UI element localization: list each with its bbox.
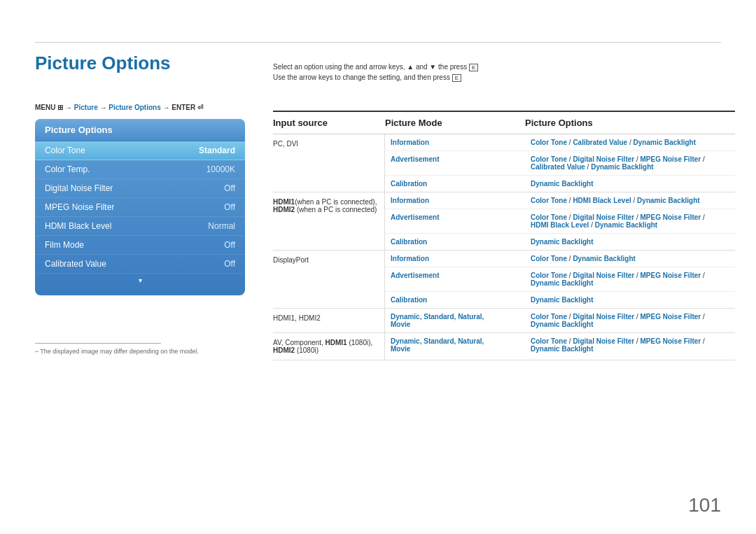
option-label-hdmi-black: HDMI Black Level bbox=[45, 221, 111, 231]
option-value-hdmi-black: Normal bbox=[208, 221, 235, 231]
option-digital-noise[interactable]: Digital Noise Filter Off bbox=[35, 179, 245, 198]
scroll-down-indicator: ▾ bbox=[35, 274, 245, 287]
options-advertisement-3: Color Tone / Digital Noise Filter / MPEG… bbox=[531, 272, 729, 287]
option-label-digital-noise: Digital Noise Filter bbox=[45, 183, 113, 193]
sep2: → bbox=[99, 104, 108, 111]
table-section-pc-dvi: PC, DVI Information Color Tone / Calibra… bbox=[273, 134, 735, 192]
option-label-color-temp: Color Temp. bbox=[45, 164, 90, 174]
table-row: Dynamic, Standard, Natural,Movie Color T… bbox=[385, 309, 735, 332]
picture-link: Picture bbox=[74, 104, 98, 111]
rows-hdmi-pc: Information Color Tone / HDMI Black Leve… bbox=[385, 192, 735, 250]
page-number: 101 bbox=[688, 494, 721, 517]
picture-options-link: Picture Options bbox=[108, 104, 160, 111]
menu-icon: ⊞ bbox=[57, 104, 65, 111]
mode-information-1: Information bbox=[391, 139, 531, 146]
table-section-hdmi12: HDMI1, HDMI2 Dynamic, Standard, Natural,… bbox=[273, 309, 735, 333]
input-displayport: DisplayPort bbox=[273, 251, 385, 308]
options-advertisement-1: Color Tone / Digital Noise Filter / MPEG… bbox=[531, 155, 729, 171]
option-color-temp[interactable]: Color Temp. 10000K bbox=[35, 160, 245, 179]
option-label-mpeg-noise: MPEG Noise Filter bbox=[45, 202, 114, 212]
note-text: – The displayed image may differ dependi… bbox=[35, 348, 245, 355]
mode-information-2: Information bbox=[391, 197, 531, 204]
mode-advertisement-1: Advertisement bbox=[391, 155, 531, 171]
sep3: → bbox=[163, 104, 172, 111]
options-information-1: Color Tone / Calibrated Value / Dynamic … bbox=[531, 139, 729, 146]
top-divider bbox=[35, 42, 721, 43]
enter-icon-2: E bbox=[452, 74, 461, 82]
title-section: Picture Options bbox=[35, 52, 171, 81]
sep1: → bbox=[65, 104, 74, 111]
table-row: Information Color Tone / Dynamic Backlig… bbox=[385, 251, 735, 267]
input-pc-dvi: PC, DVI bbox=[273, 134, 385, 192]
table-row: Calibration Dynamic Backlight bbox=[385, 234, 735, 250]
options-information-3: Color Tone / Dynamic Backlight bbox=[531, 255, 729, 262]
option-value-calibrated: Off bbox=[224, 259, 235, 269]
rows-displayport: Information Color Tone / Dynamic Backlig… bbox=[385, 251, 735, 308]
header-input-source: Input source bbox=[273, 118, 385, 128]
breadcrumb: MENU ⊞ → Picture → Picture Options → ENT… bbox=[35, 104, 203, 111]
instruction-line2: Use the arrow keys to change the setting… bbox=[273, 73, 735, 82]
instruction-line1: Select an option using the and arrow key… bbox=[273, 63, 735, 71]
table-row: Calibration Dynamic Backlight bbox=[385, 292, 735, 308]
option-film-mode[interactable]: Film Mode Off bbox=[35, 236, 245, 255]
option-mpeg-noise[interactable]: MPEG Noise Filter Off bbox=[35, 198, 245, 217]
table-row: Information Color Tone / Calibrated Valu… bbox=[385, 134, 735, 151]
option-value-color-temp: 10000K bbox=[206, 164, 235, 174]
option-label-calibrated: Calibrated Value bbox=[45, 259, 106, 269]
header-picture-options: Picture Options bbox=[525, 118, 735, 128]
options-panel-title: Picture Options bbox=[35, 119, 245, 141]
option-value-color-tone: Standard bbox=[199, 146, 235, 155]
option-value-digital-noise: Off bbox=[224, 183, 235, 193]
enter-icon: ⏎ bbox=[197, 104, 203, 111]
note-section: – The displayed image may differ dependi… bbox=[35, 343, 245, 355]
instructions-area: Select an option using the and arrow key… bbox=[273, 63, 735, 84]
menu-label: MENU bbox=[35, 104, 55, 111]
table-section-hdmi-pc: HDMI1(when a PC is connected), HDMI2 (wh… bbox=[273, 192, 735, 251]
info-table: Input source Picture Mode Picture Option… bbox=[273, 111, 735, 360]
mode-calibration-2: Calibration bbox=[391, 238, 531, 246]
table-row: Advertisement Color Tone / Digital Noise… bbox=[385, 209, 735, 234]
enter-label: ENTER bbox=[172, 104, 195, 111]
input-hdmi12: HDMI1, HDMI2 bbox=[273, 309, 385, 332]
input-hdmi-pc: HDMI1(when a PC is connected), HDMI2 (wh… bbox=[273, 192, 385, 250]
option-value-mpeg-noise: Off bbox=[224, 202, 235, 212]
page-title: Picture Options bbox=[35, 52, 171, 74]
table-section-displayport: DisplayPort Information Color Tone / Dyn… bbox=[273, 251, 735, 309]
mode-information-3: Information bbox=[391, 255, 531, 262]
options-calibration-3: Dynamic Backlight bbox=[531, 296, 729, 304]
note-divider bbox=[35, 343, 161, 344]
table-row: Calibration Dynamic Backlight bbox=[385, 176, 735, 192]
options-dynamic-1: Color Tone / Digital Noise Filter / MPEG… bbox=[531, 313, 729, 328]
header-picture-mode: Picture Mode bbox=[385, 118, 525, 128]
option-hdmi-black[interactable]: HDMI Black Level Normal bbox=[35, 217, 245, 236]
page-container: Picture Options MENU ⊞ → Picture → Pictu… bbox=[0, 0, 756, 534]
mode-calibration-1: Calibration bbox=[391, 180, 531, 188]
table-header: Input source Picture Mode Picture Option… bbox=[273, 112, 735, 134]
table-row: Information Color Tone / HDMI Black Leve… bbox=[385, 192, 735, 209]
option-color-tone[interactable]: Color Tone Standard bbox=[35, 141, 245, 160]
mode-dynamic-1: Dynamic, Standard, Natural,Movie bbox=[391, 313, 531, 328]
option-label-color-tone: Color Tone bbox=[45, 146, 85, 155]
option-value-film-mode: Off bbox=[224, 240, 235, 250]
table-row: Dynamic, Standard, Natural,Movie Color T… bbox=[385, 333, 735, 357]
mode-dynamic-2: Dynamic, Standard, Natural,Movie bbox=[391, 337, 531, 353]
rows-av: Dynamic, Standard, Natural,Movie Color T… bbox=[385, 333, 735, 360]
option-calibrated[interactable]: Calibrated Value Off bbox=[35, 255, 245, 274]
options-panel: Picture Options Color Tone Standard Colo… bbox=[35, 119, 245, 295]
rows-pc-dvi: Information Color Tone / Calibrated Valu… bbox=[385, 134, 735, 192]
mode-calibration-3: Calibration bbox=[391, 296, 531, 304]
options-calibration-1: Dynamic Backlight bbox=[531, 180, 729, 188]
options-dynamic-2: Color Tone / Digital Noise Filter / MPEG… bbox=[531, 337, 729, 353]
table-row: Advertisement Color Tone / Digital Noise… bbox=[385, 151, 735, 176]
options-information-2: Color Tone / HDMI Black Level / Dynamic … bbox=[531, 197, 729, 204]
enter-icon-1: E bbox=[469, 64, 478, 71]
input-av: AV, Component, HDMI1 (1080i), HDMI2 (108… bbox=[273, 333, 385, 360]
table-section-av: AV, Component, HDMI1 (1080i), HDMI2 (108… bbox=[273, 333, 735, 360]
mode-advertisement-2: Advertisement bbox=[391, 213, 531, 229]
rows-hdmi12: Dynamic, Standard, Natural,Movie Color T… bbox=[385, 309, 735, 332]
mode-advertisement-3: Advertisement bbox=[391, 272, 531, 287]
table-row: Advertisement Color Tone / Digital Noise… bbox=[385, 267, 735, 292]
options-calibration-2: Dynamic Backlight bbox=[531, 238, 729, 246]
option-label-film-mode: Film Mode bbox=[45, 240, 84, 250]
options-advertisement-2: Color Tone / Digital Noise Filter / MPEG… bbox=[531, 213, 729, 229]
